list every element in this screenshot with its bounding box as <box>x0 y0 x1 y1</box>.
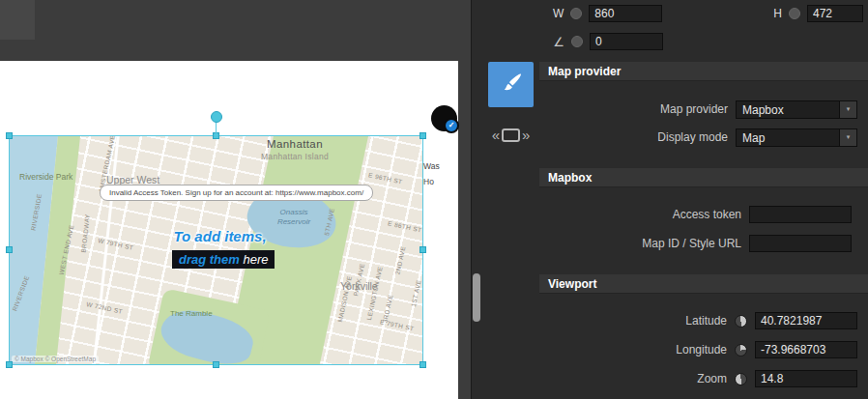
bracket-right-icon: » <box>522 127 530 143</box>
drag-hint-line2: drag them here <box>172 250 275 269</box>
display-mode-value: Map <box>737 129 839 146</box>
size-row: W H <box>553 5 863 22</box>
inspector-content: W H ∠ Map provider Map provider Mapbox ▾… <box>539 0 868 399</box>
selection-handle-mid-right[interactable] <box>420 246 426 253</box>
zoom-input[interactable] <box>755 370 857 387</box>
latitude-binding-pie-icon[interactable] <box>735 315 747 328</box>
tab-appearance[interactable] <box>488 62 534 107</box>
height-input[interactable] <box>807 5 863 22</box>
chevron-down-icon[interactable]: ▾ <box>839 129 856 146</box>
section-header-viewport: Viewport <box>539 274 868 294</box>
map-provider-value: Mapbox <box>737 101 839 118</box>
selection-handle-mid-left[interactable] <box>6 246 13 253</box>
label-reservoir: Onassis Reservoir <box>259 208 329 227</box>
label-manhattan-island: Manhattan Island <box>245 152 345 161</box>
inspector-tab-strip: « » <box>481 0 539 399</box>
map-bleed-label-a: Was <box>423 161 440 171</box>
width-label: W <box>553 7 564 20</box>
angle-input[interactable] <box>590 33 663 50</box>
longitude-binding-pie-icon[interactable] <box>735 344 747 356</box>
selection-handle-bottom-right[interactable] <box>420 361 426 368</box>
map-id-label: Map ID / Style URL <box>642 237 741 250</box>
bracket-left-icon: « <box>492 127 500 143</box>
widget-badge[interactable]: ✓ <box>431 105 457 131</box>
drag-hint-emphasis: drag them <box>179 252 240 267</box>
longitude-input[interactable] <box>755 341 857 358</box>
design-canvas[interactable]: Manhattan Manhattan Island Riverside Par… <box>0 61 458 399</box>
map-id-input[interactable] <box>749 235 852 252</box>
width-input[interactable] <box>589 5 662 22</box>
tab-display-mode[interactable]: « » <box>488 112 534 157</box>
height-binding-knob[interactable] <box>789 8 800 19</box>
row-zoom: Zoom <box>539 369 868 388</box>
drag-hint-line1: To add items, <box>135 228 304 244</box>
inspector-panel: « » W H ∠ Map provider Map provider Mapb <box>471 0 868 399</box>
scrollbar-thumb[interactable] <box>473 273 480 322</box>
longitude-label: Longitude <box>676 343 727 356</box>
rotation-stem <box>216 122 217 136</box>
label-manhattan: Manhattan <box>251 138 338 150</box>
label-the-ramble: The Ramble <box>170 309 213 318</box>
latitude-label: Latitude <box>685 314 727 328</box>
chevron-down-icon[interactable]: ▾ <box>839 101 856 118</box>
row-access-token: Access token <box>539 205 868 224</box>
angle-binding-knob[interactable] <box>571 36 583 47</box>
rotation-handle[interactable] <box>211 111 222 123</box>
access-token-input[interactable] <box>749 206 852 223</box>
display-mode-dropdown[interactable]: Map ▾ <box>736 128 857 147</box>
width-binding-knob[interactable] <box>570 8 582 19</box>
row-map-provider: Map provider Mapbox ▾ <box>539 100 868 119</box>
check-icon: ✓ <box>444 118 459 133</box>
angle-icon: ∠ <box>553 35 564 49</box>
height-label: H <box>773 7 782 20</box>
zoom-binding-pie-icon[interactable] <box>735 373 747 385</box>
label-reservoir-line1: Onassis <box>259 208 329 217</box>
display-mode-label: Display mode <box>657 130 728 144</box>
screen-icon <box>502 128 520 142</box>
map-provider-label: Map provider <box>660 102 728 116</box>
angle-row: ∠ <box>553 33 863 50</box>
drag-hint-rest: here <box>240 252 269 267</box>
map-attribution: © Mapbox © OpenStreetMap <box>12 356 99 362</box>
row-latitude: Latitude <box>539 311 868 330</box>
access-token-label: Access token <box>673 208 741 221</box>
brush-icon <box>499 71 524 100</box>
toolbar-strip <box>0 0 471 61</box>
latitude-input[interactable] <box>755 312 857 329</box>
label-riverside-park: Riverside Park <box>19 172 72 182</box>
section-header-map-provider: Map provider <box>539 62 868 81</box>
selection-handle-bottom-left[interactable] <box>6 361 13 368</box>
access-token-tooltip: Invalid Access Token. Sign up for an acc… <box>100 185 373 201</box>
zoom-label: Zoom <box>697 372 727 385</box>
toolbar-corner <box>0 0 35 40</box>
map-provider-dropdown[interactable]: Mapbox ▾ <box>736 100 857 119</box>
row-longitude: Longitude <box>539 340 868 359</box>
selection-handle-top-left[interactable] <box>6 132 13 139</box>
row-map-id: Map ID / Style URL <box>539 234 868 253</box>
selection-handle-top-right[interactable] <box>420 132 426 139</box>
label-reservoir-line2: Reservoir <box>259 217 329 227</box>
map-bleed-label-b: Ho <box>423 177 434 186</box>
section-header-mapbox: Mapbox <box>539 168 868 187</box>
row-display-mode: Display mode Map ▾ <box>539 128 868 147</box>
selection-handle-bottom-mid[interactable] <box>213 361 219 368</box>
